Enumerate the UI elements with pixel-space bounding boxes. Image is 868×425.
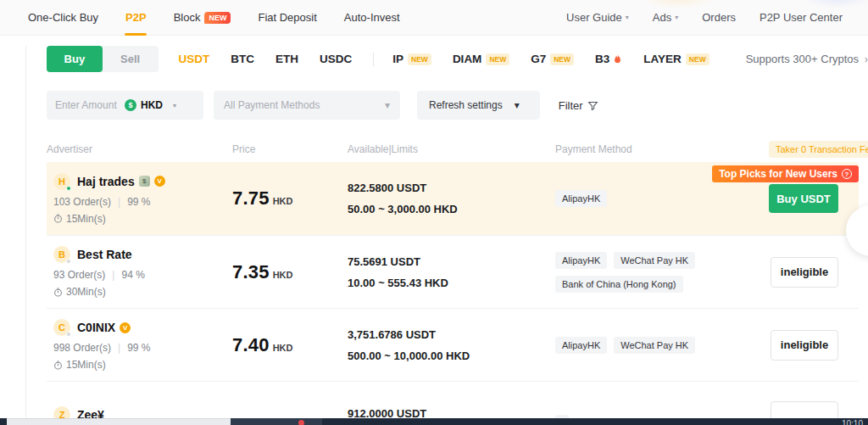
nav-item-ads[interactable]: Ads▾ <box>653 0 678 36</box>
advertiser-name-line: HHaj trades$V <box>53 173 232 190</box>
crypto-tab-b3[interactable]: B3 <box>595 53 622 65</box>
nav-item-orders[interactable]: Orders <box>702 0 736 36</box>
offer-row: CC0INIXV998 Order(s)|99 %15Min(s)7.40HKD… <box>47 308 859 381</box>
advertiser-stats: 998 Order(s)|99 % <box>53 342 232 354</box>
payment-method-tag: AlipayHK <box>555 337 607 354</box>
advertiser-stats: 103 Order(s)|99 % <box>53 196 232 208</box>
nav-item-one-click-buy[interactable]: One-Click Buy <box>28 0 98 36</box>
action-cell: ineligible <box>771 257 838 288</box>
release-time-value: 15Min(s) <box>66 359 106 371</box>
chevron-down-icon: ▾ <box>626 14 629 21</box>
ineligible-button: ineligible <box>771 257 838 288</box>
advertiser-name[interactable]: Haj trades <box>77 175 135 188</box>
top-navigation: One-Click BuyP2PBlockNEWFiat DepositAuto… <box>0 0 868 36</box>
nav-item-user-guide[interactable]: User Guide▾ <box>566 0 629 36</box>
offer-rows: Top Picks for New Users ? HHaj trades$V1… <box>47 162 859 425</box>
payment-methods-cell: AlipayHK <box>555 190 769 207</box>
avatar: C <box>53 319 70 336</box>
buy-usdt-button[interactable]: Buy USDT <box>769 184 838 213</box>
price-currency: HKD <box>273 196 293 206</box>
nav-item-label: One-Click Buy <box>28 11 98 24</box>
crypto-tab-label: B3 <box>595 53 609 65</box>
payment-method-line: AlipayHKWeChat Pay HK <box>555 337 769 354</box>
payment-methods-select[interactable]: All Payment Methods ▾ <box>214 91 400 120</box>
crypto-tab-g7[interactable]: G7NEW <box>531 53 574 65</box>
nav-item-block[interactable]: BlockNEW <box>174 0 231 36</box>
nav-item-auto-invest[interactable]: Auto-Invest <box>344 0 400 36</box>
amount-input[interactable] <box>55 99 125 111</box>
top-picks-label: Top Picks for New Users <box>719 168 837 180</box>
chevron-right-icon: › <box>865 53 868 65</box>
nav-item-label: User Guide <box>566 11 622 24</box>
crypto-tab-label: G7 <box>531 53 546 65</box>
currency-label: HKD <box>141 99 163 111</box>
avatar: B <box>53 246 70 263</box>
new-badge: NEW <box>204 12 231 24</box>
sell-tab[interactable]: Sell <box>103 46 159 72</box>
completion-rate: 99 % <box>127 196 150 208</box>
payment-method-tag: AlipayHK <box>555 252 607 269</box>
supports-cryptos-link[interactable]: Supports 300+ Cryptos › <box>746 53 868 65</box>
offers-table: Advertiser Price Available|Limits Paymen… <box>47 137 859 425</box>
crypto-tab-usdc[interactable]: USDC <box>320 53 352 65</box>
nav-left-group: One-Click BuyP2PBlockNEWFiat DepositAuto… <box>28 0 427 36</box>
refresh-settings-select[interactable]: Refresh settings ▾ <box>417 91 540 120</box>
verified-badge-icon: V <box>154 176 165 187</box>
chevron-down-icon: ▾ <box>515 99 520 111</box>
taskbar-app-button[interactable] <box>231 418 322 425</box>
available-limits-cell: 75.5691 USDT10.00 ~ 555.43 HKD <box>348 255 555 289</box>
crypto-tab-btc[interactable]: BTC <box>231 53 254 65</box>
p2p-page: Buy Sell USDTBTCETHUSDCIPNEWDIAMNEWG7NEW… <box>0 46 868 425</box>
nav-item-label: Auto-Invest <box>344 11 400 24</box>
nav-item-label: P2P <box>125 11 147 24</box>
nav-right-group: User Guide▾Ads▾OrdersP2P User Center <box>542 0 843 36</box>
release-time: 15Min(s) <box>53 359 232 371</box>
crypto-tab-layer[interactable]: LAYERNEW <box>643 53 709 65</box>
filter-button[interactable]: Filter <box>559 99 598 112</box>
clock-icon <box>53 288 63 297</box>
release-time-value: 30Min(s) <box>66 286 106 298</box>
online-status-dot <box>66 186 71 191</box>
release-time-value: 15Min(s) <box>66 213 106 225</box>
available-amount: 3,751.6786 USDT <box>348 328 555 341</box>
payment-method-tag: WeChat Pay HK <box>614 252 695 269</box>
price-cell: 7.75HKD <box>232 187 348 210</box>
price-currency: HKD <box>273 343 293 353</box>
payment-method-tag: WeChat Pay HK <box>614 337 695 354</box>
advertiser-cell: CC0INIXV998 Order(s)|99 %15Min(s) <box>53 319 232 371</box>
payment-method-line: Bank of China (Hong Kong) <box>555 276 769 293</box>
price-value: 7.75 <box>232 187 270 209</box>
chevron-down-icon[interactable]: ▾ <box>173 102 176 109</box>
clock-icon <box>53 361 63 370</box>
nav-item-p2p[interactable]: P2P <box>125 0 147 36</box>
filter-label: Filter <box>559 99 583 112</box>
advertiser-name[interactable]: Best Rate <box>77 248 132 261</box>
top-picks-badge[interactable]: Top Picks for New Users ? <box>712 165 859 182</box>
order-count: 103 Order(s) <box>53 196 111 208</box>
money-wings-emblem-icon: $ <box>139 176 150 187</box>
crypto-tab-label: USDC <box>320 53 352 65</box>
nav-item-label: Block <box>174 11 201 24</box>
help-icon[interactable]: ? <box>842 169 852 179</box>
stats-separator: | <box>112 269 114 281</box>
payment-methods-cell: AlipayHKWeChat Pay HK <box>555 337 769 354</box>
advertiser-name[interactable]: C0INIX <box>77 321 115 334</box>
buy-sell-toggle: Buy Sell <box>47 46 159 72</box>
nav-item-p2p-user-center[interactable]: P2P User Center <box>760 0 843 36</box>
buy-tab[interactable]: Buy <box>47 46 103 72</box>
crypto-tab-diam[interactable]: DIAMNEW <box>453 53 509 65</box>
crypto-tab-usdt[interactable]: USDT <box>179 53 210 65</box>
release-time: 15Min(s) <box>53 213 232 225</box>
advertiser-stats: 93 Order(s)|94 % <box>53 269 232 281</box>
crypto-tab-label: BTC <box>231 53 254 65</box>
crypto-tab-eth[interactable]: ETH <box>275 53 298 65</box>
nav-item-fiat-deposit[interactable]: Fiat Deposit <box>258 0 316 36</box>
price-cell: 7.40HKD <box>232 334 348 356</box>
crypto-tab-ip[interactable]: IPNEW <box>392 53 431 65</box>
payment-method-tag: Bank of China (Hong Kong) <box>555 276 683 293</box>
stats-separator: | <box>118 342 120 354</box>
amount-filter: $ HKD ▾ <box>47 91 203 120</box>
crypto-tab-label: IP <box>392 53 403 65</box>
ineligible-button: ineligible <box>771 330 838 361</box>
available-amount: 822.5800 USDT <box>348 182 555 194</box>
